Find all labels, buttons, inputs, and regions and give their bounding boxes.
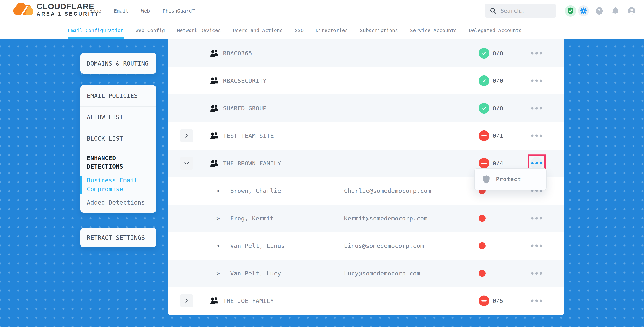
table-row-member: > Van Pelt, Linus Linus@somedemocorp.com — [168, 232, 564, 260]
member-email: Kermit@somedemocorp.com — [344, 215, 428, 222]
notifications-bell-icon[interactable] — [611, 6, 620, 15]
member-expand-glyph[interactable]: > — [216, 215, 220, 222]
search-placeholder: Search… — [500, 8, 524, 14]
cloudflare-logo: CLOUDFLARE AREA 1 SECURITY — [12, 2, 100, 17]
status-unprotected-badge — [478, 130, 489, 141]
expand-row-button[interactable] — [180, 129, 193, 142]
section-tabbar: Email Configuration Web Config Network D… — [0, 22, 644, 39]
shield-icon — [482, 175, 490, 184]
app-header: CLOUDFLARE AREA 1 SECURITY Home Email We… — [0, 0, 644, 22]
table-row-group: RBACO365 0/0 — [168, 39, 564, 67]
row-actions-menu-button-active[interactable] — [530, 157, 543, 170]
protection-count: 0/5 — [493, 298, 503, 304]
sidebar-item-block-list[interactable]: BLOCK LIST — [80, 128, 156, 149]
help-icon[interactable]: ? — [595, 6, 604, 15]
sidebar-card-retract-settings[interactable]: RETRACT SETTINGS — [80, 228, 156, 247]
row-actions-menu-button[interactable] — [529, 215, 544, 221]
collapse-row-button[interactable] — [180, 157, 193, 170]
row-actions-menu-button[interactable] — [529, 105, 544, 111]
row-actions-menu-button[interactable] — [529, 133, 544, 139]
table-row-member: > Van Pelt, Lucy Lucy@somedemocorp.com — [168, 260, 564, 287]
sidebar-item-business-email-compromise[interactable]: Business Email Compromise — [87, 176, 150, 193]
sidebar-card-domains-routing[interactable]: DOMAINS & ROUTING — [80, 53, 156, 74]
group-people-icon — [210, 297, 219, 305]
tab-network-devices[interactable]: Network Devices — [177, 22, 221, 39]
row-context-menu: Protect — [474, 168, 546, 190]
status-unprotected-dot — [478, 215, 486, 222]
tab-web-config[interactable]: Web Config — [136, 22, 165, 39]
tab-subscriptions[interactable]: Subscriptions — [360, 22, 398, 39]
expand-row-button[interactable] — [180, 294, 193, 307]
status-unprotected-dot — [478, 242, 486, 249]
group-name: THE JOE FAMILY — [223, 297, 274, 304]
member-expand-glyph[interactable]: > — [216, 242, 220, 249]
sidebar-item-added-detections[interactable]: Added Detections — [87, 198, 150, 207]
search-icon — [490, 7, 497, 14]
cloudflare-cloud-icon — [12, 2, 34, 17]
group-name: SHARED_GROUP — [223, 105, 266, 112]
shield-check-status-icon[interactable] — [565, 5, 576, 16]
top-nav: Home Email Web PhishGuard™ — [90, 0, 195, 22]
groups-table: RBACO365 0/0 RBACSECURITY 0/0 SHARED_GRO… — [168, 39, 564, 315]
user-avatar-icon[interactable] — [627, 6, 636, 15]
protection-count: 0/0 — [493, 50, 503, 56]
group-people-icon — [210, 159, 219, 167]
member-name: Van Pelt, Linus — [230, 242, 285, 249]
group-name: TEST TEAM SITE — [223, 132, 274, 139]
table-row-group: SHARED_GROUP 0/0 — [168, 94, 564, 122]
group-people-icon — [210, 132, 219, 140]
group-name: THE BROWN FAMILY — [223, 160, 281, 167]
nav-home[interactable]: Home — [90, 8, 101, 14]
member-expand-glyph[interactable]: > — [216, 187, 220, 194]
sidebar-card-policies: EMAIL POLICIES ALLOW LIST BLOCK LIST ENH… — [80, 85, 156, 213]
search-input[interactable]: Search… — [485, 4, 556, 18]
protection-count: 0/0 — [493, 77, 503, 84]
group-name: RBACO365 — [223, 50, 252, 57]
group-people-icon — [210, 49, 219, 57]
row-actions-menu-button[interactable] — [529, 298, 544, 304]
group-people-icon — [210, 77, 219, 85]
member-expand-glyph[interactable]: > — [216, 270, 220, 277]
sidebar-item-retract-settings: RETRACT SETTINGS — [87, 234, 145, 241]
context-menu-item-protect[interactable]: Protect — [496, 176, 521, 183]
chevron-right-icon — [185, 133, 188, 138]
nav-phishguard[interactable]: PhishGuard™ — [163, 8, 195, 14]
nav-web[interactable]: Web — [141, 8, 150, 14]
svg-text:?: ? — [598, 8, 600, 13]
tab-delegated-accounts[interactable]: Delegated Accounts — [469, 22, 522, 39]
protection-count: 0/1 — [493, 132, 503, 139]
protection-count: 0/0 — [493, 105, 503, 112]
tab-users-and-actions[interactable]: Users and Actions — [233, 22, 283, 39]
tab-sso[interactable]: SSO — [295, 22, 304, 39]
status-protected-badge — [478, 48, 489, 58]
sidebar-item-domains-routing: DOMAINS & ROUTING — [87, 60, 148, 67]
tab-email-configuration[interactable]: Email Configuration — [68, 22, 124, 39]
status-protected-badge — [478, 103, 489, 113]
sidebar-item-allow-list[interactable]: ALLOW LIST — [80, 106, 156, 128]
status-unprotected-badge — [478, 296, 489, 306]
group-people-icon — [210, 104, 219, 112]
protection-count: 0/4 — [493, 160, 503, 167]
group-name: RBACSECURITY — [223, 77, 266, 84]
table-row-member: > Frog, Kermit Kermit@somedemocorp.com — [168, 205, 564, 232]
status-unprotected-dot — [478, 270, 486, 277]
row-actions-menu-button[interactable] — [529, 243, 544, 249]
chevron-down-icon — [184, 161, 189, 165]
table-row-group: THE JOE FAMILY 0/5 — [168, 287, 564, 315]
status-protected-badge — [478, 75, 489, 86]
tab-directories[interactable]: Directories — [316, 22, 348, 39]
row-actions-menu-button[interactable] — [529, 270, 544, 277]
chevron-right-icon — [185, 298, 188, 303]
row-actions-menu-button[interactable] — [529, 78, 544, 84]
settings-gear-icon[interactable] — [578, 5, 589, 16]
nav-email[interactable]: Email — [114, 8, 128, 14]
status-unprotected-badge — [478, 158, 489, 169]
row-actions-menu-button[interactable] — [529, 50, 544, 56]
table-row-group: RBACSECURITY 0/0 — [168, 67, 564, 95]
member-name: Van Pelt, Lucy — [230, 270, 281, 277]
member-email: Lucy@somedemocorp.com — [344, 270, 420, 277]
tab-service-accounts[interactable]: Service Accounts — [410, 22, 457, 39]
member-email: Linus@somedemocorp.com — [344, 242, 424, 249]
sidebar-item-email-policies[interactable]: EMAIL POLICIES — [80, 85, 156, 106]
sidebar-item-enhanced-detections[interactable]: ENHANCED DETECTIONS — [87, 154, 143, 171]
